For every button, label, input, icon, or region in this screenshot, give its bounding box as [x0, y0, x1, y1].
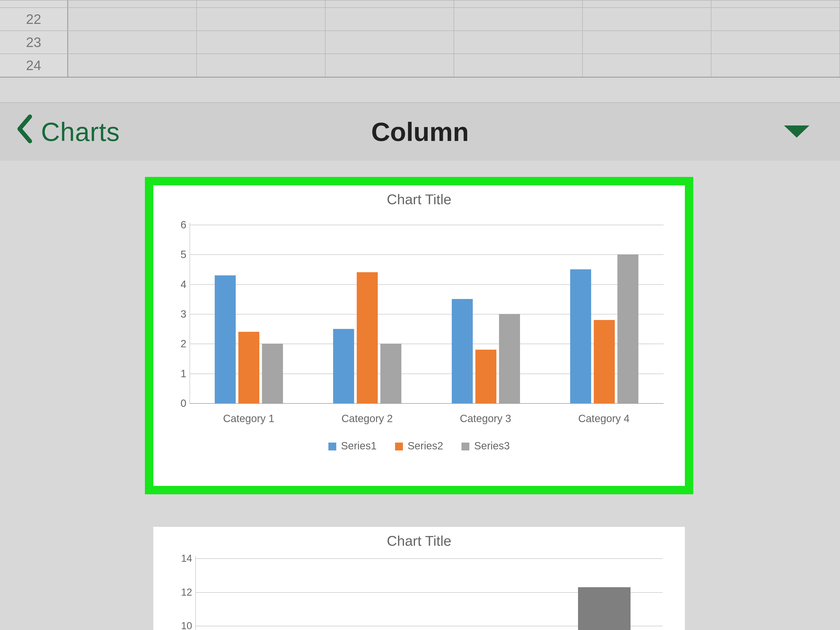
stacked-bar — [578, 587, 630, 630]
bar-group — [545, 225, 664, 403]
bar-series3 — [499, 314, 520, 403]
legend-label: Series2 — [408, 440, 444, 452]
bar-series3 — [381, 344, 401, 403]
category-label: Category 2 — [308, 413, 426, 425]
chart-legend: Series1 Series2 Series3 — [153, 440, 685, 452]
legend-swatch-icon — [328, 442, 336, 450]
y-tick-label: 5 — [168, 249, 186, 261]
row-header[interactable] — [0, 0, 68, 7]
bar-series1 — [333, 329, 354, 403]
bar-series2 — [594, 320, 615, 403]
grid-row[interactable]: 23 — [0, 30, 840, 54]
bar-group — [308, 225, 427, 403]
back-to-charts-button[interactable]: Charts — [16, 114, 120, 149]
grid-cell[interactable] — [711, 0, 840, 7]
gridline — [189, 403, 663, 404]
grid-cell[interactable] — [454, 31, 583, 54]
plot-area: 6 5 4 3 2 1 0 — [189, 225, 663, 403]
grid-cell[interactable] — [197, 0, 325, 7]
chart-title: Chart Title — [153, 185, 685, 207]
grid-cell[interactable] — [454, 0, 583, 7]
grid-cell[interactable] — [325, 0, 454, 7]
bar-series1 — [215, 275, 236, 403]
category-label: Category 4 — [545, 413, 663, 425]
y-tick-label: 12 — [174, 586, 192, 598]
grid-cell[interactable] — [197, 54, 325, 77]
y-tick-label: 4 — [168, 278, 186, 290]
back-label: Charts — [41, 117, 120, 147]
grid-cell[interactable] — [325, 31, 454, 54]
chart-category-title: Column — [0, 117, 840, 147]
row-header[interactable]: 23 — [0, 31, 68, 54]
bar-series3 — [617, 254, 638, 403]
grid-cell[interactable] — [68, 54, 197, 77]
grid-cell[interactable] — [325, 54, 454, 77]
segment-series3 — [578, 587, 630, 630]
chart-graphic: Chart Title 6 5 4 3 2 1 0 — [153, 185, 685, 486]
grid-cell[interactable] — [197, 8, 325, 30]
y-tick-label: 10 — [174, 620, 192, 630]
chart-title: Chart Title — [153, 527, 685, 549]
y-tick-label: 1 — [168, 368, 186, 379]
grid-cell[interactable] — [711, 8, 840, 30]
grid-row[interactable] — [0, 0, 840, 7]
grid-cell[interactable] — [583, 54, 711, 77]
y-tick-label: 2 — [168, 338, 186, 350]
legend-item: Series3 — [461, 440, 510, 452]
chart-graphic: Chart Title 14 12 10 — [153, 527, 685, 630]
legend-swatch-icon — [461, 442, 469, 450]
grid-cell[interactable] — [711, 31, 840, 54]
grid-cell[interactable] — [583, 8, 711, 30]
legend-item: Series1 — [328, 440, 377, 452]
legend-swatch-icon — [395, 442, 403, 450]
plot-area: 14 12 10 — [195, 558, 663, 630]
bar-groups — [189, 225, 663, 403]
bar-series1 — [570, 269, 591, 403]
bar-series3 — [262, 344, 283, 403]
chart-preview-clustered-column[interactable]: Chart Title 6 5 4 3 2 1 0 — [153, 185, 685, 486]
bar-group — [426, 225, 545, 403]
bar-series2 — [238, 332, 259, 403]
bar-series2 — [475, 350, 496, 403]
y-tick-label: 3 — [168, 308, 186, 320]
category-label: Category 1 — [189, 413, 308, 425]
y-tick-label: 0 — [168, 398, 186, 409]
category-label: Category 3 — [426, 413, 545, 425]
grid-cell[interactable] — [454, 54, 583, 77]
grid-row[interactable]: 24 — [0, 54, 840, 77]
grid-cell[interactable] — [325, 8, 454, 30]
grid-cell[interactable] — [68, 31, 197, 54]
grid-cell[interactable] — [68, 0, 197, 7]
grid-row[interactable]: 22 — [0, 7, 840, 30]
grid-cell[interactable] — [197, 31, 325, 54]
bar-series2 — [357, 272, 378, 403]
bar-group — [189, 225, 308, 403]
stacked-columns — [195, 558, 663, 630]
grid-cell[interactable] — [711, 54, 840, 77]
legend-item: Series2 — [395, 440, 444, 452]
collapse-panel-button[interactable] — [782, 122, 811, 142]
chevron-left-icon — [16, 114, 35, 149]
bar-series1 — [452, 299, 473, 403]
grid-cell[interactable] — [454, 8, 583, 30]
y-tick-label: 14 — [174, 553, 192, 564]
chart-preview-stacked-column[interactable]: Chart Title 14 12 10 — [153, 527, 685, 630]
grid-cell[interactable] — [583, 0, 711, 7]
chart-previews-panel: Chart Title 6 5 4 3 2 1 0 — [0, 161, 840, 630]
spreadsheet-fragment: 22 23 24 — [0, 0, 840, 78]
row-header[interactable]: 22 — [0, 8, 68, 30]
y-tick-label: 6 — [168, 219, 186, 231]
grid-cell[interactable] — [583, 31, 711, 54]
row-header[interactable]: 24 — [0, 54, 68, 77]
grid-cell[interactable] — [68, 8, 197, 30]
chart-type-nav-bar: Charts Column — [0, 103, 840, 161]
legend-label: Series3 — [474, 440, 510, 452]
legend-label: Series1 — [341, 440, 377, 452]
chevron-down-icon — [782, 137, 811, 141]
